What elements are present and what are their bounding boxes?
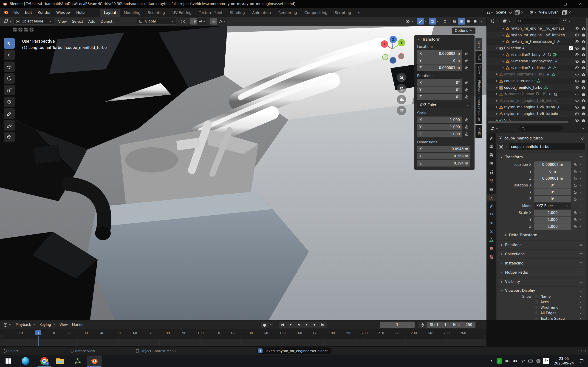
maximize-button[interactable]: ▢ (558, 0, 573, 8)
expander-closed-icon[interactable] (502, 53, 505, 57)
view-layer-selector[interactable]: View Layer ✕ (528, 9, 573, 16)
taskbar-app-node-app[interactable] (70, 356, 85, 367)
new-scene-button[interactable] (514, 10, 520, 15)
viewport-menu-select[interactable]: Select (69, 19, 86, 24)
lock-open-icon[interactable] (573, 225, 577, 229)
camera-restrict-icon[interactable] (581, 52, 586, 57)
taskbar-app-chrome[interactable]: ⊞ (37, 356, 52, 367)
panel-grip-icon[interactable]: ∷∷ (579, 289, 583, 292)
expander-closed-icon[interactable] (495, 73, 499, 76)
outliner-row[interactable]: coupe_manifold_turbo (487, 84, 588, 91)
outliner-row[interactable]: rayton_mr_engine_l_v6_turbo (487, 104, 588, 110)
lock-open-icon[interactable] (464, 88, 469, 92)
eye-closed-icon[interactable] (575, 72, 579, 77)
unlink-scene-icon[interactable]: ✕ (520, 10, 524, 15)
object-name-field[interactable]: coupe_manifold_turbo (509, 143, 586, 150)
chevron-down-icon[interactable] (436, 20, 439, 23)
properties-tab-texture[interactable] (487, 253, 496, 261)
viewport-3d[interactable]: Object Mode ViewSelectAddObject Global (0, 17, 486, 320)
rotation-mode-dropdown[interactable]: XYZ Euler (417, 102, 472, 108)
properties-tab-scene[interactable] (487, 168, 496, 176)
lock-open-icon[interactable] (573, 218, 577, 222)
pan-button[interactable] (397, 84, 406, 93)
workspace-tab-modeling[interactable]: Modeling (120, 9, 144, 17)
gizmo-neg-z-axis[interactable] (389, 57, 397, 64)
lock-open-icon[interactable] (464, 81, 469, 85)
transform-value-field[interactable]: 0° (534, 196, 571, 202)
properties-tab-object[interactable] (487, 194, 496, 201)
viewport-3d-scene[interactable] (0, 26, 486, 320)
expander-closed-icon[interactable] (502, 40, 505, 43)
eye-open-icon[interactable] (575, 40, 579, 44)
taskbar-app-blender[interactable] (86, 356, 102, 367)
lock-open-icon[interactable] (573, 169, 577, 174)
animate-property-dot[interactable]: • (577, 211, 583, 215)
report-message[interactable]: i Saved "rayton_mr_engineasset.blend" (257, 348, 331, 354)
chevron-down-icon[interactable] (582, 127, 585, 130)
panel-grip-icon[interactable]: ∷∷ (579, 261, 583, 265)
rotate-tool-button[interactable] (4, 73, 15, 84)
n-panel-header[interactable]: Transform ∷∷ (417, 37, 472, 42)
navigation-gizmo[interactable]: X Z Y (374, 34, 411, 69)
outliner-row[interactable]: coupe_intercooler (487, 78, 588, 84)
lock-open-icon[interactable] (464, 66, 469, 70)
lock-open-icon[interactable] (464, 118, 469, 122)
collapsed-panel-icon[interactable] (29, 27, 34, 32)
animate-property-dot[interactable]: • (578, 317, 583, 320)
lock-open-icon[interactable] (573, 197, 577, 201)
workspace-tab-animation[interactable]: Animation (249, 9, 275, 17)
eye-open-icon[interactable] (575, 26, 579, 31)
lock-open-icon[interactable] (464, 125, 469, 129)
gizmo-z-axis[interactable]: Z (389, 36, 397, 43)
transform-rot-z-field[interactable]: Z0° (417, 94, 462, 100)
menu-edit[interactable]: Edit (22, 9, 35, 16)
eye-closed-icon[interactable] (575, 98, 579, 103)
outliner-horizontal-scrollbar[interactable] (488, 121, 569, 123)
previous-keyframe-button[interactable] (287, 322, 295, 328)
play-reverse-button[interactable] (295, 322, 303, 328)
properties-tab-collection[interactable] (487, 185, 496, 193)
add-workspace-button[interactable]: + (355, 8, 363, 17)
frame-end-field[interactable]: End 250 (450, 322, 476, 328)
shading-wireframe-button[interactable] (451, 18, 458, 25)
transform-rot-y-field[interactable]: Y0° (417, 86, 462, 93)
workspace-tab-layout[interactable]: Layout (100, 9, 120, 17)
eye-open-icon[interactable] (575, 46, 579, 50)
outliner-row[interactable]: rayton_mr_engine_l_v6_intakeman (487, 32, 588, 39)
panel-collections[interactable]: Collections∷∷ (498, 250, 586, 258)
menu-help[interactable]: Help (73, 9, 87, 16)
panel-instancing[interactable]: Instancing∷∷ (498, 259, 586, 267)
transform-dim-z-field[interactable]: Z0.194 m (417, 160, 470, 167)
keying-dropdown[interactable] (268, 322, 274, 328)
gizmo-neg-y-axis[interactable] (382, 54, 388, 60)
camera-restrict-icon[interactable] (581, 40, 586, 44)
eye-open-icon[interactable] (575, 59, 579, 64)
properties-tab-constraints[interactable] (487, 228, 496, 235)
camera-restrict-icon[interactable] (581, 118, 586, 123)
workspace-tab-sculpting[interactable]: Sculpting (144, 9, 169, 17)
object-id-dropdown[interactable] (498, 143, 509, 150)
transform-dim-x-field[interactable]: X0.0946 m (417, 146, 470, 152)
lock-open-icon[interactable] (464, 132, 469, 136)
eye-closed-icon[interactable] (575, 92, 579, 96)
move-tool-button[interactable] (4, 61, 15, 72)
new-view-layer-button[interactable] (562, 10, 568, 15)
timeline-track[interactable] (0, 338, 486, 346)
chevron-down-icon[interactable] (480, 20, 483, 23)
proportional-falloff-button[interactable] (217, 18, 227, 25)
timeline-menu-marker[interactable]: Marker (70, 323, 86, 327)
antivirus-icon[interactable]: ✓ (495, 355, 503, 367)
transform-rot-x-field[interactable]: X0° (417, 79, 462, 86)
panel-grip-icon[interactable]: ∷∷ (579, 252, 583, 256)
checkbox-texture-space[interactable] (534, 317, 538, 320)
viewport-display-header[interactable]: Viewport Display ∷∷ (500, 289, 583, 293)
outliner-row[interactable]: arrona_subframe_F.001 (487, 71, 588, 78)
shading-solid-button[interactable] (458, 18, 465, 25)
outliner-row[interactable]: median2_body (487, 51, 588, 58)
animate-property-dot[interactable]: • (577, 225, 583, 228)
properties-tab-material[interactable] (487, 245, 496, 252)
properties-tab-render[interactable] (487, 143, 496, 150)
collapsed-panel-icon[interactable] (18, 27, 23, 32)
transform-scale-y-field[interactable]: Y1.000 (417, 124, 462, 130)
workspace-tab-texture-paint[interactable]: Texture Paint (195, 9, 226, 17)
